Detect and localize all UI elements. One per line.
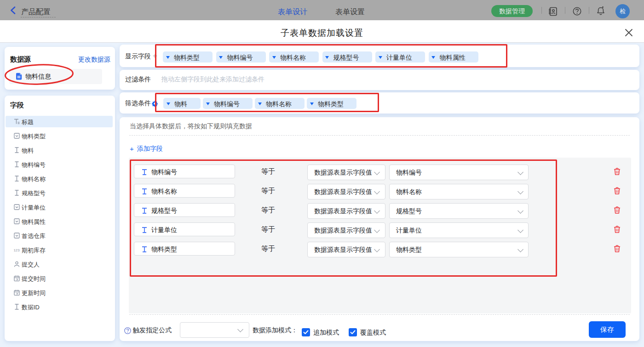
svg-text:123: 123 xyxy=(14,248,20,252)
